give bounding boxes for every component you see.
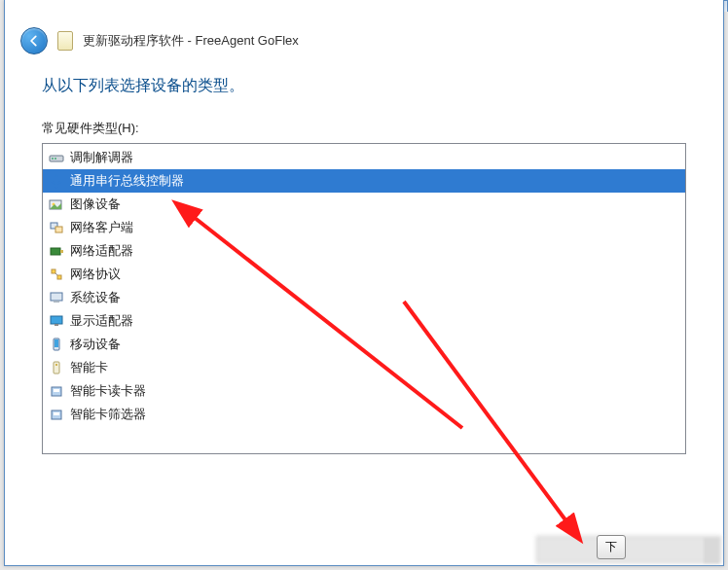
svg-rect-17	[55, 339, 58, 347]
list-item[interactable]: 智能卡	[43, 356, 685, 379]
list-item-label: 网络协议	[70, 266, 121, 283]
svg-rect-23	[54, 412, 59, 415]
system-icon	[49, 290, 64, 305]
list-item-label: 网络客户端	[70, 219, 133, 236]
list-item-label: 智能卡筛选器	[70, 406, 146, 423]
svg-rect-21	[54, 389, 59, 392]
netadapter-icon	[49, 243, 64, 259]
svg-rect-8	[60, 250, 63, 253]
list-item-label: 图像设备	[70, 196, 121, 213]
svg-rect-14	[51, 316, 62, 324]
display-icon	[49, 313, 64, 329]
list-item[interactable]: 图像设备	[43, 193, 685, 216]
list-item[interactable]: 移动设备	[43, 333, 685, 356]
svg-rect-7	[51, 248, 60, 255]
svg-rect-19	[55, 364, 57, 366]
netproto-icon	[49, 267, 64, 282]
image-icon	[49, 196, 64, 212]
netclient-icon	[49, 220, 64, 235]
list-item[interactable]: 通用串行总线控制器	[43, 169, 685, 193]
svg-rect-9	[52, 269, 55, 273]
hardware-types-label: 常见硬件类型(H):	[42, 120, 686, 137]
page-heading: 从以下列表选择设备的类型。	[42, 76, 686, 96]
list-item-label: 通用串行总线控制器	[70, 172, 184, 190]
svg-line-11	[55, 273, 57, 275]
list-item[interactable]: 网络客户端	[43, 216, 685, 239]
content-area: 从以下列表选择设备的类型。 常见硬件类型(H): 调制解调器通用串行总线控制器图…	[5, 64, 723, 464]
arrow-left-icon	[27, 34, 41, 48]
list-item-label: 系统设备	[70, 289, 121, 306]
obscured-region	[704, 538, 719, 563]
mobile-icon	[49, 337, 64, 352]
window-title: 更新驱动程序软件 - FreeAgent GoFlex	[83, 32, 299, 50]
filter-icon	[49, 407, 64, 422]
svg-rect-13	[54, 301, 59, 303]
list-item[interactable]: 智能卡筛选器	[43, 403, 685, 426]
next-button[interactable]: 下	[597, 535, 626, 559]
hardware-listbox: 调制解调器通用串行总线控制器图像设备网络客户端网络适配器网络协议系统设备显示适配…	[42, 143, 686, 454]
list-item-label: 智能卡	[70, 359, 108, 376]
svg-rect-15	[55, 324, 58, 326]
svg-rect-12	[51, 293, 62, 301]
list-item-label: 网络适配器	[70, 242, 133, 260]
list-item[interactable]: 网络协议	[43, 263, 685, 286]
list-item-label: 显示适配器	[70, 312, 133, 330]
reader-icon	[49, 383, 64, 399]
modem-icon	[49, 150, 64, 165]
svg-point-1	[52, 158, 54, 160]
drive-icon	[57, 31, 73, 51]
hardware-list[interactable]: 调制解调器通用串行总线控制器图像设备网络客户端网络适配器网络协议系统设备显示适配…	[43, 144, 685, 453]
dialog-frame: 更新驱动程序软件 - FreeAgent GoFlex 从以下列表选择设备的类型…	[4, 0, 724, 566]
svg-rect-10	[57, 275, 61, 279]
list-item[interactable]: 智能卡读卡器	[43, 379, 685, 403]
list-item[interactable]: 系统设备	[43, 286, 685, 309]
list-item-label: 移动设备	[70, 336, 121, 353]
header-row: 更新驱动程序软件 - FreeAgent GoFlex	[5, 0, 723, 64]
smartcard-icon	[49, 360, 64, 375]
list-item-label: 调制解调器	[70, 149, 133, 166]
svg-rect-18	[54, 362, 59, 374]
obscured-region	[536, 536, 721, 563]
back-button[interactable]	[20, 27, 48, 54]
usb-icon	[49, 173, 64, 189]
list-item[interactable]: 显示适配器	[43, 309, 685, 333]
list-item[interactable]: 调制解调器	[43, 146, 685, 169]
list-item-label: 智能卡读卡器	[70, 382, 146, 400]
svg-rect-6	[55, 227, 62, 232]
list-item[interactable]: 网络适配器	[43, 239, 685, 263]
svg-point-2	[55, 158, 56, 160]
